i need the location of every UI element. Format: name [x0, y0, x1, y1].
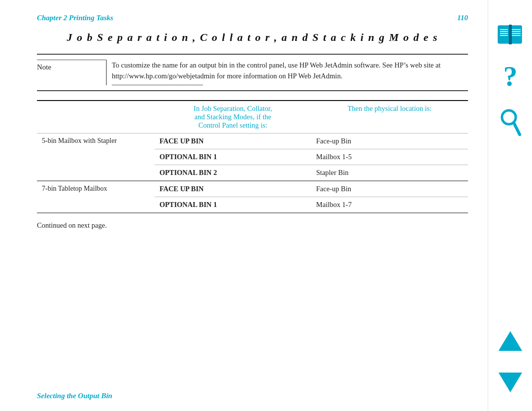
table-row: 5-bin Mailbox with StaplerFACE UP BINFac… — [37, 133, 468, 149]
note-content: To customize the name for an output bin … — [106, 60, 468, 85]
device-cell: 7-bin Tabletop Mailbox — [37, 181, 155, 213]
physical-cell: Mailbox 1-5 — [311, 149, 468, 165]
page-number: 110 — [457, 14, 468, 22]
table-row: 7-bin Tabletop MailboxFACE UP BINFace-up… — [37, 181, 468, 197]
control-cell: FACE UP BIN — [155, 133, 311, 149]
continued-text: Continued on next page. — [37, 221, 468, 230]
sidebar: ? — [488, 0, 532, 411]
control-cell: OPTIONAL BIN 1 — [155, 197, 311, 213]
note-label: Note — [37, 60, 106, 85]
svg-rect-2 — [509, 25, 512, 44]
note-text: To customize the name for an output bin … — [106, 60, 468, 85]
control-cell: OPTIONAL BIN 1 — [155, 149, 311, 165]
col-device-header — [37, 101, 155, 134]
svg-rect-0 — [498, 26, 510, 43]
search-icon[interactable] — [493, 103, 528, 143]
page-header: Chapter 2 Printing Tasks 110 — [37, 14, 468, 22]
physical-cell: Face-up Bin — [311, 181, 468, 197]
table-body: 5-bin Mailbox with StaplerFACE UP BINFac… — [37, 133, 468, 213]
table-header-row: In Job Separation, Collator,and Stacking… — [37, 101, 468, 134]
note-bottom-rule — [112, 85, 203, 85]
control-cell: FACE UP BIN — [155, 181, 311, 197]
note-section: Note To customize the name for an output… — [37, 54, 468, 91]
col-control-header: In Job Separation, Collator,and Stacking… — [155, 101, 311, 134]
next-page-button[interactable] — [493, 363, 528, 402]
note-top-rule — [37, 60, 106, 60]
book-icon[interactable] — [493, 15, 528, 54]
bin-table: In Job Separation, Collator,and Stacking… — [37, 101, 468, 213]
col-physical-header: Then the physical location is: — [311, 101, 468, 134]
physical-cell: Mailbox 1-7 — [311, 197, 468, 213]
help-icon[interactable]: ? — [493, 59, 528, 99]
physical-cell: Stapler Bin — [311, 165, 468, 181]
control-cell: OPTIONAL BIN 2 — [155, 165, 311, 181]
page-title: J o b S e p a r a t i o n , C o l l a t … — [37, 31, 468, 44]
svg-line-13 — [514, 123, 520, 135]
svg-marker-14 — [499, 331, 522, 351]
chapter-label: Chapter 2 Printing Tasks — [37, 14, 113, 22]
svg-text:?: ? — [503, 64, 517, 92]
physical-cell: Face-up Bin — [311, 133, 468, 149]
device-cell: 5-bin Mailbox with Stapler — [37, 133, 155, 181]
svg-marker-15 — [499, 373, 522, 392]
footer-nav-link[interactable]: Selecting the Output Bin — [37, 392, 112, 400]
prev-page-button[interactable] — [493, 321, 528, 361]
